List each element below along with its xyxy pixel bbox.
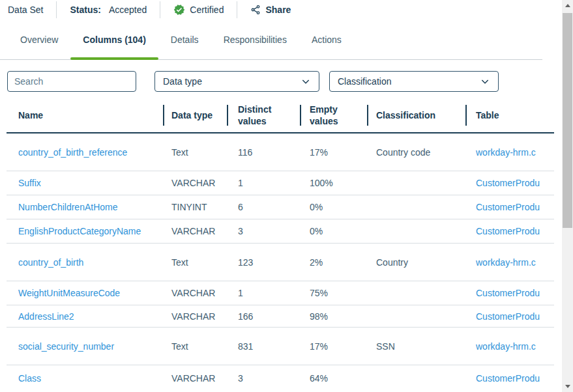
cell-classification: SSN bbox=[367, 341, 465, 352]
cell-empty-values: 75% bbox=[300, 288, 367, 298]
cell-data-type: VARCHAR bbox=[163, 288, 227, 298]
status-label: Status: bbox=[70, 5, 100, 15]
column-name-link[interactable]: NumberChildrenAtHome bbox=[18, 202, 118, 212]
table-ref-link[interactable]: CustomerProdu bbox=[476, 226, 540, 236]
table-row: Suffix VARCHAR 1 100% CustomerProdu bbox=[7, 171, 554, 195]
vertical-scrollbar[interactable] bbox=[562, 0, 573, 392]
chevron-down-icon bbox=[480, 76, 490, 87]
top-bar: Data Set Status: Accepted Certified Shar… bbox=[0, 0, 554, 20]
table-row: AddressLine2 VARCHAR 166 98% CustomerPro… bbox=[7, 305, 554, 328]
certified-label: Certified bbox=[190, 5, 224, 15]
column-name-link[interactable]: social_security_number bbox=[18, 341, 114, 352]
column-name-link[interactable]: Class bbox=[18, 373, 41, 384]
tab-columns[interactable]: Columns (104) bbox=[70, 29, 158, 59]
table-ref-link[interactable]: workday-hrm.c bbox=[476, 341, 536, 352]
divider bbox=[160, 1, 160, 18]
cell-empty-values: 0% bbox=[300, 202, 367, 212]
table-ref-link[interactable]: CustomerProdu bbox=[476, 373, 540, 384]
scroll-up-button[interactable] bbox=[562, 0, 573, 11]
cell-data-type: VARCHAR bbox=[163, 178, 227, 188]
tab-actions[interactable]: Actions bbox=[299, 29, 354, 59]
chevron-down-icon bbox=[301, 76, 311, 87]
cell-distinct-values: 1 bbox=[227, 288, 300, 298]
col-header-data-type: Data type bbox=[163, 99, 227, 132]
column-name-link[interactable]: Suffix bbox=[18, 178, 41, 188]
column-name-link[interactable]: country_of_birth bbox=[18, 257, 83, 268]
table-row: Class VARCHAR 3 64% CustomerProdu bbox=[7, 365, 554, 391]
cell-data-type: Text bbox=[163, 341, 227, 352]
cell-empty-values: 0% bbox=[300, 226, 367, 236]
cell-classification: Country code bbox=[367, 147, 465, 158]
scroll-down-button[interactable] bbox=[562, 381, 573, 392]
column-name-link[interactable]: AddressLine2 bbox=[18, 311, 74, 322]
table-ref-link[interactable]: CustomerProdu bbox=[476, 178, 540, 188]
table-ref-link[interactable]: CustomerProdu bbox=[476, 288, 540, 298]
tab-details[interactable]: Details bbox=[158, 29, 211, 59]
table-row: country_of_birth Text 123 2% Country wor… bbox=[7, 244, 554, 281]
cell-data-type: Text bbox=[163, 257, 227, 268]
cell-empty-values: 98% bbox=[300, 311, 367, 322]
scroll-up-arrow-icon bbox=[565, 4, 570, 7]
cell-distinct-values: 116 bbox=[227, 147, 300, 158]
cell-empty-values: 17% bbox=[300, 341, 367, 352]
cell-data-type: VARCHAR bbox=[163, 226, 227, 236]
table-row: NumberChildrenAtHome TINYINT 6 0% Custom… bbox=[7, 195, 554, 219]
col-header-table: Table bbox=[465, 99, 554, 132]
cell-distinct-values: 3 bbox=[227, 226, 300, 236]
data-type-dropdown[interactable]: Data type bbox=[154, 71, 319, 92]
cell-empty-values: 100% bbox=[300, 178, 367, 188]
column-name-link[interactable]: EnglishProductCategoryName bbox=[18, 226, 141, 236]
share-button[interactable]: Share bbox=[250, 5, 291, 15]
column-name-link[interactable]: country_of_birth_reference bbox=[18, 147, 127, 158]
classification-dropdown-label: Classification bbox=[338, 76, 391, 87]
table-header-row: Name Data type Distinct values Empty val… bbox=[7, 99, 554, 133]
cell-data-type: VARCHAR bbox=[163, 373, 227, 384]
col-header-classification: Classification bbox=[367, 99, 465, 132]
scroll-down-arrow-icon bbox=[565, 385, 570, 388]
cell-distinct-values: 166 bbox=[227, 311, 300, 322]
tab-responsibilities[interactable]: Responsibilities bbox=[211, 29, 299, 59]
table-row: EnglishProductCategoryName VARCHAR 3 0% … bbox=[7, 219, 554, 244]
divider bbox=[56, 1, 57, 18]
page-title: Data Set bbox=[8, 5, 43, 15]
certified-badge: Certified bbox=[173, 4, 224, 16]
cell-empty-values: 17% bbox=[300, 147, 367, 158]
scrollbar-thumb[interactable] bbox=[563, 13, 572, 228]
status-badge: Status: Accepted bbox=[70, 5, 147, 15]
data-type-dropdown-label: Data type bbox=[163, 76, 202, 87]
cell-empty-values: 2% bbox=[300, 257, 367, 268]
search-input[interactable] bbox=[7, 71, 136, 92]
status-value: Accepted bbox=[109, 5, 147, 15]
certified-seal-icon bbox=[173, 4, 185, 16]
classification-dropdown[interactable]: Classification bbox=[329, 71, 499, 92]
table-ref-link[interactable]: CustomerProdu bbox=[476, 311, 540, 322]
table-ref-link[interactable]: workday-hrm.c bbox=[476, 257, 536, 268]
col-header-distinct-values: Distinct values bbox=[227, 99, 300, 132]
cell-distinct-values: 3 bbox=[227, 373, 300, 384]
col-header-name: Name bbox=[7, 99, 163, 132]
cell-distinct-values: 831 bbox=[227, 341, 300, 352]
main-content: Data Set Status: Accepted Certified Shar… bbox=[0, 0, 554, 392]
table-row: social_security_number Text 831 17% SSN … bbox=[7, 328, 554, 365]
table-ref-link[interactable]: CustomerProdu bbox=[476, 202, 540, 212]
table-ref-link[interactable]: workday-hrm.c bbox=[476, 147, 536, 158]
table-row: WeightUnitMeasureCode VARCHAR 1 75% Cust… bbox=[7, 281, 554, 305]
filter-bar: Data type Classification bbox=[7, 71, 554, 92]
column-name-link[interactable]: WeightUnitMeasureCode bbox=[18, 288, 120, 298]
cell-distinct-values: 6 bbox=[227, 202, 300, 212]
cell-classification: Country bbox=[367, 257, 465, 268]
table-row: country_of_birth_reference Text 116 17% … bbox=[7, 133, 554, 171]
tab-bar: Overview Columns (104) Details Responsib… bbox=[0, 29, 542, 60]
col-header-empty-values: Empty values bbox=[300, 99, 367, 132]
columns-table: Name Data type Distinct values Empty val… bbox=[7, 99, 554, 391]
cell-distinct-values: 1 bbox=[227, 178, 300, 188]
cell-data-type: TINYINT bbox=[163, 202, 227, 212]
cell-data-type: VARCHAR bbox=[163, 311, 227, 322]
cell-distinct-values: 123 bbox=[227, 257, 300, 268]
page: Data Set Status: Accepted Certified Shar… bbox=[0, 0, 573, 392]
share-icon bbox=[250, 5, 261, 15]
divider bbox=[237, 1, 237, 18]
share-label: Share bbox=[265, 5, 291, 15]
tab-overview[interactable]: Overview bbox=[8, 29, 70, 59]
cell-empty-values: 64% bbox=[300, 373, 367, 384]
